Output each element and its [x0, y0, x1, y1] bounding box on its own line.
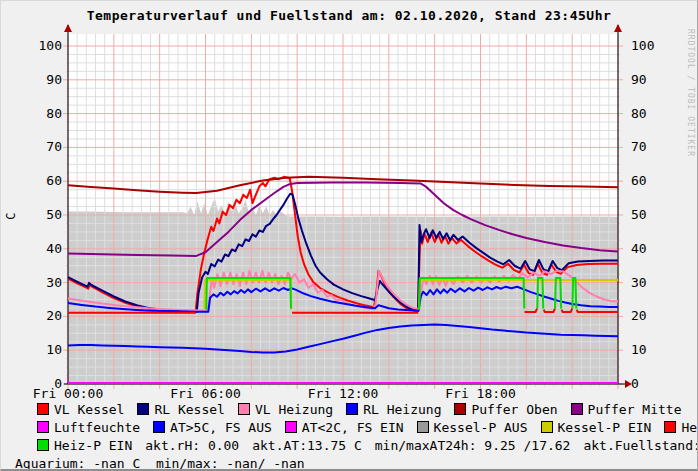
legend-label-vl-heizung: VL Heizung: [255, 402, 333, 417]
legend-swatch-kessel-p-ein: [541, 421, 553, 433]
legend-item-rl-kessel: RL Kessel: [137, 402, 224, 417]
legend-label-heiz-p-ein: Heiz-P EIN: [54, 438, 132, 453]
legend-row: Heiz-P EINakt.rH: 0.00akt.AT:13.75 Cmin/…: [1, 436, 697, 454]
y-tick-label-right: 0: [631, 376, 639, 391]
legend-item-puffer-oben: Puffer Oben: [454, 402, 557, 417]
legend-label-luftfeuchte: Luftfeuchte: [54, 420, 140, 435]
y-tick-label-left: 80: [46, 106, 62, 121]
y-tick-label-right: 60: [631, 173, 647, 188]
legend-swatch-vl-kessel: [37, 403, 49, 415]
y-tick-label-right: 30: [631, 275, 647, 290]
legend-swatch-rl-kessel: [137, 403, 149, 415]
legend-item-at-5c-fs-aus: AT>5C, FS AUS: [153, 420, 272, 435]
y-tick-label-left: 30: [46, 275, 62, 290]
y-tick-label-left: 10: [46, 342, 62, 357]
y-tick-label-right: 100: [631, 38, 654, 53]
legend-item-heiz-p-ein: Heiz-P EIN: [37, 438, 132, 453]
legend-label-at-2c-fs-ein: AT<2C, FS EIN: [302, 420, 404, 435]
y-tick-label-left: 90: [46, 72, 62, 87]
legend-item-at-2c-fs-ein: AT<2C, FS EIN: [285, 420, 404, 435]
x-tick-label: Fri 12:00: [308, 386, 378, 400]
y-tick-label-right: 10: [631, 342, 647, 357]
legend-label-vl-kessel: VL Kessel: [54, 402, 124, 417]
legend-item-kessel-p-aus: Kessel-P AUS: [417, 420, 528, 435]
legend-label-akt-rh-0-00: akt.rH: 0.00: [145, 438, 239, 453]
legend-item-vl-kessel: VL Kessel: [37, 402, 124, 417]
legend-item-kessel-p-ein: Kessel-P EIN: [541, 420, 652, 435]
y-tick-label-left: 40: [46, 241, 62, 256]
legend-label-puffer-oben: Puffer Oben: [471, 402, 557, 417]
y-tick-label-left: 60: [46, 173, 62, 188]
y-tick-label-right: 40: [631, 241, 647, 256]
y-tick-label-left: 70: [46, 139, 62, 154]
y-tick-label-right: 50: [631, 207, 647, 222]
legend-label-heiz-p-aus: Heiz-P AUS: [681, 420, 698, 435]
y-tick-label-left: 20: [46, 308, 62, 323]
legend-item-puffer-mitte: Puffer Mitte: [571, 402, 682, 417]
legend-row: VL KesselRL KesselVL HeizungRL HeizungPu…: [1, 400, 697, 418]
y-tick-label-right: 20: [631, 308, 647, 323]
legend-label-rl-kessel: RL Kessel: [154, 402, 224, 417]
y-tick-label-left: 100: [39, 38, 62, 53]
legend-item-luftfeuchte: Luftfeuchte: [37, 420, 140, 435]
legend-item-vl-heizung: VL Heizung: [238, 402, 333, 417]
rrdtool-graph-window: Temperaturverlauf und Fuellstand am: 02.…: [0, 0, 698, 471]
temperature-chart: 0010102020303040405050606070708080909010…: [1, 1, 698, 400]
y-tick-label-right: 70: [631, 139, 647, 154]
legend-swatch-at-5c-fs-aus: [153, 421, 165, 433]
legend-item-min-maxat24h-9-25-17-62: min/maxAT24h: 9.25 /17.62: [375, 438, 571, 453]
legend-item-akt-at-13-75-c: akt.AT:13.75 C: [252, 438, 362, 453]
legend-swatch-puffer-mitte: [571, 403, 583, 415]
legend-row: Aquarium: -nan C min/max: -nan/ -nan: [1, 454, 697, 471]
legend-label-akt-fuellstand-49: akt.Fuellstand: 49: [583, 438, 698, 453]
legend-swatch-vl-heizung: [238, 403, 250, 415]
legend-item-akt-rh-0-00: akt.rH: 0.00: [145, 438, 239, 453]
legend-swatch-luftfeuchte: [37, 421, 49, 433]
legend-label-aquarium-nan-c-min-max-nan-nan: Aquarium: -nan C min/max: -nan/ -nan: [15, 456, 305, 471]
legend-item-akt-fuellstand-49: akt.Fuellstand: 49: [583, 438, 698, 453]
legend-item-rl-heizung: RL Heizung: [346, 402, 441, 417]
x-tick-label: Fri 06:00: [170, 386, 240, 400]
rrdtool-watermark: RRDTOOL / TOBI OETIKER: [686, 29, 695, 157]
legend-item-aquarium-nan-c-min-max-nan-nan: Aquarium: -nan C min/max: -nan/ -nan: [15, 456, 305, 471]
legend-label-akt-at-13-75-c: akt.AT:13.75 C: [252, 438, 362, 453]
legend-label-min-maxat24h-9-25-17-62: min/maxAT24h: 9.25 /17.62: [375, 438, 571, 453]
legend-label-at-5c-fs-aus: AT>5C, FS AUS: [170, 420, 272, 435]
y-axis-arrow-right: [614, 24, 622, 32]
x-tick-label: Fri 18:00: [445, 386, 515, 400]
legend-swatch-kessel-p-aus: [417, 421, 429, 433]
legend-label-kessel-p-aus: Kessel-P AUS: [434, 420, 528, 435]
y-tick-label-left: 50: [46, 207, 62, 222]
x-tick-label: Fri 00:00: [33, 386, 103, 400]
chart-legend: VL KesselRL KesselVL HeizungRL HeizungPu…: [1, 400, 697, 471]
legend-swatch-heiz-p-aus: [664, 421, 676, 433]
y-tick-label-right: 80: [631, 106, 647, 121]
legend-swatch-at-2c-fs-ein: [285, 421, 297, 433]
legend-swatch-puffer-oben: [454, 403, 466, 415]
legend-label-puffer-mitte: Puffer Mitte: [588, 402, 682, 417]
y-tick-label-right: 90: [631, 72, 647, 87]
legend-label-rl-heizung: RL Heizung: [363, 402, 441, 417]
legend-row: LuftfeuchteAT>5C, FS AUSAT<2C, FS EINKes…: [1, 418, 697, 436]
legend-item-heiz-p-aus: Heiz-P AUS: [664, 420, 698, 435]
y-axis-arrow-left: [64, 24, 72, 32]
legend-swatch-rl-heizung: [346, 403, 358, 415]
legend-swatch-heiz-p-ein: [37, 439, 49, 451]
legend-label-kessel-p-ein: Kessel-P EIN: [558, 420, 652, 435]
